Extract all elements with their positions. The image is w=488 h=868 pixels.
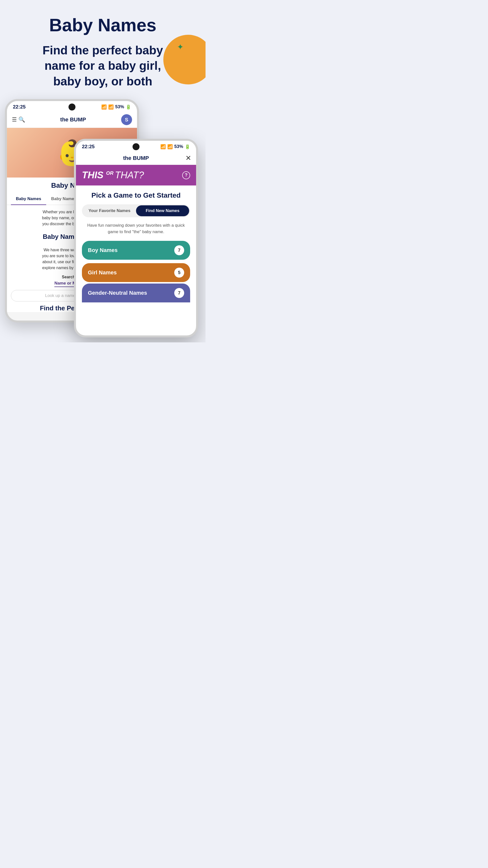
or-text: OR [106, 170, 115, 176]
battery-icon-back: 🔋 [126, 104, 131, 110]
hamburger-icon[interactable]: ☰ 🔍 [12, 117, 25, 123]
battery-percent-front: 53% [174, 144, 183, 149]
signal-icon-front: 📶 [167, 144, 173, 150]
boy-names-option[interactable]: Boy Names 7 [82, 241, 190, 260]
gender-neutral-count: 7 [174, 288, 184, 298]
phone-navbar-back: ☰ 🔍 the BUMP S [7, 112, 137, 128]
toggle-find-new-names[interactable]: Find New Names [136, 205, 189, 216]
boy-names-label: Boy Names [88, 247, 118, 253]
status-time-back: 22:25 [13, 104, 26, 110]
game-description: Have fun narrowing down your favorites w… [82, 222, 190, 235]
logo-prefix-back: the [60, 117, 68, 123]
game-content: Pick a Game to Get Started Your Favorite… [76, 185, 196, 308]
this-text: THIS [82, 170, 103, 180]
logo-brand-back: BUMP [70, 117, 86, 123]
gender-neutral-label: Gender-Neutral Names [88, 290, 147, 296]
wifi-icon-front: 📶 [160, 144, 166, 150]
logo-prefix-front: the [123, 155, 131, 161]
girl-names-count: 5 [174, 268, 184, 278]
phone-front: 22:25 📶 📶 53% 🔋 the BUMP ✕ [74, 139, 198, 337]
gender-neutral-option[interactable]: Gender-Neutral Names 7 [82, 283, 190, 302]
hero-title: Baby Names [10, 15, 196, 35]
camera-notch-front [133, 143, 139, 150]
girl-names-label: Girl Names [88, 269, 117, 276]
avatar-initial: S [125, 117, 128, 123]
phones-container: 22:25 📶 📶 53% 🔋 ☰ 🔍 the BUMP S [10, 99, 196, 342]
battery-icon-front: 🔋 [185, 144, 190, 150]
nav-logo-front: the BUMP [123, 155, 149, 161]
nav-logo-back: the BUMP [60, 117, 86, 123]
this-that-banner: THIS OR that? ? [76, 165, 196, 185]
user-avatar[interactable]: S [121, 114, 132, 125]
logo-brand-front: BUMP [133, 155, 149, 161]
hero-subtitle: Find the perfect baby name for a baby gi… [31, 43, 175, 89]
status-time-front: 22:25 [82, 144, 95, 150]
tab-baby-names[interactable]: Baby Names [11, 193, 46, 205]
boy-names-count: 7 [174, 245, 184, 255]
this-that-title: THIS OR that? [82, 170, 144, 181]
hero-section: Baby Names Find the perfect baby name fo… [0, 0, 205, 342]
that-text: that? [115, 170, 144, 180]
wifi-icon: 📶 [101, 104, 107, 110]
camera-notch [68, 103, 75, 111]
signal-icon: 📶 [108, 104, 114, 110]
toggle-favorite-names[interactable]: Your Favorite Names [83, 205, 136, 216]
phone-navbar-front: the BUMP ✕ [76, 151, 196, 165]
battery-percent-back: 53% [115, 104, 124, 110]
help-badge[interactable]: ? [182, 171, 190, 179]
close-button[interactable]: ✕ [180, 154, 191, 162]
status-right-back: 📶 📶 53% 🔋 [101, 104, 131, 110]
game-toggle: Your Favorite Names Find New Names [82, 204, 190, 217]
status-right-front: 📶 📶 53% 🔋 [160, 144, 190, 150]
game-title: Pick a Game to Get Started [82, 191, 190, 199]
girl-names-option[interactable]: Girl Names 5 [82, 263, 190, 282]
